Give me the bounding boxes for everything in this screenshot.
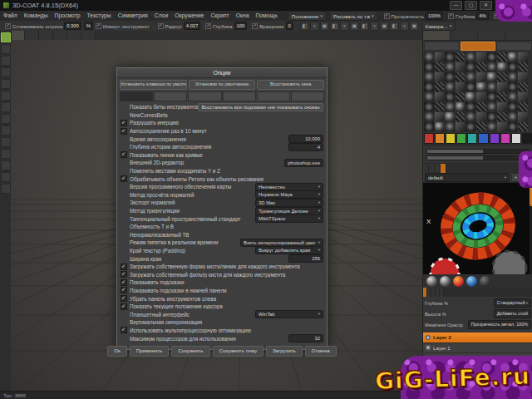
brush-pack-button[interactable] xyxy=(461,42,496,51)
brush-alpha-thumbnail[interactable] xyxy=(424,52,434,62)
menu-item[interactable]: Скрипт xyxy=(207,11,232,21)
toolbar-icon[interactable] xyxy=(340,22,349,31)
brush-alpha-thumbnail[interactable] xyxy=(466,92,475,101)
room-tab[interactable] xyxy=(39,31,53,40)
color-swatch[interactable] xyxy=(478,133,488,144)
dialog-tab[interactable] xyxy=(291,91,324,101)
brush-alpha-thumbnail[interactable] xyxy=(508,112,518,121)
color-swatch[interactable] xyxy=(424,133,434,144)
option-value[interactable]: 3D Max xyxy=(255,199,323,207)
brush-alpha-thumbnail[interactable] xyxy=(466,52,475,62)
dialog-tab[interactable] xyxy=(154,91,187,101)
material-dropdown[interactable]: default xyxy=(425,173,510,182)
field-value[interactable]: 100 xyxy=(234,22,248,30)
tool-icon[interactable] xyxy=(1,160,11,170)
brush-alpha-thumbnail[interactable] xyxy=(456,92,466,101)
brush-alpha-thumbnail[interactable] xyxy=(508,82,518,91)
layer-row[interactable]: Layer 1 xyxy=(423,343,532,354)
viewport-3d[interactable]: Опции Установить клавиши по умолчаниюУст… xyxy=(11,40,422,391)
toolbar-icon[interactable] xyxy=(330,22,339,31)
option-row[interactable]: Убрать панель инструментов слева xyxy=(119,294,325,303)
color-swatch[interactable] xyxy=(500,133,510,144)
dialog-button[interactable]: Сохранить тему xyxy=(213,346,264,357)
menu-item[interactable]: Помощь xyxy=(252,11,280,21)
tool-icon[interactable] xyxy=(1,56,11,66)
option-value[interactable]: photoshop.exe xyxy=(284,159,323,167)
brush-alpha-thumbnail[interactable] xyxy=(497,122,507,131)
tool-icon[interactable] xyxy=(1,91,11,101)
brush-alpha-thumbnail[interactable] xyxy=(424,72,434,81)
dialog-button[interactable]: Отмена xyxy=(305,346,337,357)
panel-tab[interactable] xyxy=(505,31,532,40)
option-row[interactable]: Показывать подсказки xyxy=(119,278,325,287)
option-row[interactable]: Метод просчёта нормалей Нормали Maya xyxy=(119,191,325,200)
tool-field[interactable]: Радиус 4.027 xyxy=(155,21,204,31)
option-value[interactable]: 256 xyxy=(288,254,323,263)
brush-alpha-thumbnail[interactable] xyxy=(508,62,518,71)
dialog-tab[interactable] xyxy=(257,91,290,101)
option-row[interactable]: Использовать мультипроцессорную оптимиза… xyxy=(119,327,325,335)
option-value[interactable]: Взять интерполированный цвет xyxy=(240,239,323,247)
option-row[interactable]: Показывать линии как кривые xyxy=(119,151,325,160)
option-row[interactable]: Время автосохранения 10,000 xyxy=(119,135,325,143)
brush-alpha-thumbnail[interactable] xyxy=(424,112,434,121)
color-swatch[interactable] xyxy=(435,133,445,144)
option-row[interactable]: Метод триангуляции Триангуляция Делоне xyxy=(119,207,325,215)
brush-alpha-thumbnail[interactable] xyxy=(445,112,455,121)
paint-slider[interactable]: Прозрачность 100% xyxy=(382,11,446,21)
stroke-smoothing[interactable]: Сглаживание штриха 0.300 xyxy=(2,21,84,31)
grid-icon[interactable] xyxy=(283,12,285,21)
brush-alpha-thumbnail[interactable] xyxy=(476,72,486,81)
brush-alpha-thumbnail[interactable] xyxy=(445,102,455,111)
close-button[interactable]: ✕ xyxy=(480,1,492,10)
brush-alpha-thumbnail[interactable] xyxy=(445,122,455,131)
brush-alpha-thumbnail[interactable] xyxy=(435,72,445,81)
option-row[interactable]: Планшетный интерфейс WinTab xyxy=(119,310,325,318)
brush-alpha-thumbnail[interactable] xyxy=(466,102,475,111)
option-row[interactable]: Объемность T и B xyxy=(119,223,325,231)
brush-alpha-thumbnail[interactable] xyxy=(518,72,528,81)
room-tab[interactable] xyxy=(25,31,39,40)
brush-alpha-thumbnail[interactable] xyxy=(497,112,507,121)
menu-item[interactable]: Файл xyxy=(0,11,21,21)
option-value[interactable]: Неизвестно xyxy=(255,183,323,191)
invert-tool-checkbox[interactable]: Инверт. инструмент xyxy=(93,21,152,31)
dialog-tab[interactable] xyxy=(120,91,153,101)
brush-alpha-thumbnail[interactable] xyxy=(487,82,497,91)
check-icon[interactable] xyxy=(252,23,258,29)
brush-alpha-thumbnail[interactable] xyxy=(476,82,486,91)
menu-item[interactable]: Окна xyxy=(233,11,253,21)
brush-alpha-thumbnail[interactable] xyxy=(487,92,497,101)
option-value[interactable]: 32 xyxy=(288,334,323,342)
option-row[interactable]: Автосохранение раз в 10 минут xyxy=(119,127,325,135)
checkbox[interactable] xyxy=(121,264,127,270)
tool-icon[interactable] xyxy=(1,32,11,42)
brush-alpha-thumbnail[interactable] xyxy=(466,62,475,71)
option-row[interactable]: Загружать собственную форму кисти/линии … xyxy=(119,263,325,271)
brush-alpha-thumbnail[interactable] xyxy=(435,82,445,91)
tool-icon[interactable] xyxy=(1,102,11,112)
color-swatch[interactable] xyxy=(490,133,500,144)
tool-field[interactable]: Глубина 100 xyxy=(203,21,249,31)
toolbar-icon[interactable] xyxy=(390,22,399,31)
option-value[interactable]: 10,000 xyxy=(288,135,323,143)
option-row[interactable]: Обрабатывать объекты Ретопо как объекты … xyxy=(119,175,325,183)
checkbox[interactable] xyxy=(121,151,127,158)
layer-row[interactable]: Layer 2 xyxy=(423,332,532,343)
option-row[interactable]: Ненормализованный TB xyxy=(119,231,325,239)
option-row[interactable]: Показать биты инструмента Восстановить в… xyxy=(119,103,325,111)
toolbar-icon[interactable] xyxy=(400,22,409,31)
brush-alpha-thumbnail[interactable] xyxy=(497,92,507,101)
tool-icon[interactable] xyxy=(1,172,11,182)
brush-alpha-thumbnail[interactable] xyxy=(456,62,466,71)
option-row[interactable]: Экспорт нормалей 3D Max xyxy=(119,199,325,207)
brush-alpha-thumbnail[interactable] xyxy=(508,72,518,81)
check-icon[interactable] xyxy=(158,23,164,29)
brush-alpha-thumbnail[interactable] xyxy=(466,122,475,131)
option-row[interactable]: Глубина истории автосохранения 4 xyxy=(119,143,325,151)
option-row[interactable]: Максимум процессоров для использования 3… xyxy=(119,334,325,342)
option-row[interactable]: Ширина края 256 xyxy=(119,254,325,263)
tool-icon[interactable] xyxy=(1,137,11,147)
maximize-button[interactable]: ▢ xyxy=(465,1,477,10)
brush-alpha-thumbnail[interactable] xyxy=(508,52,518,62)
